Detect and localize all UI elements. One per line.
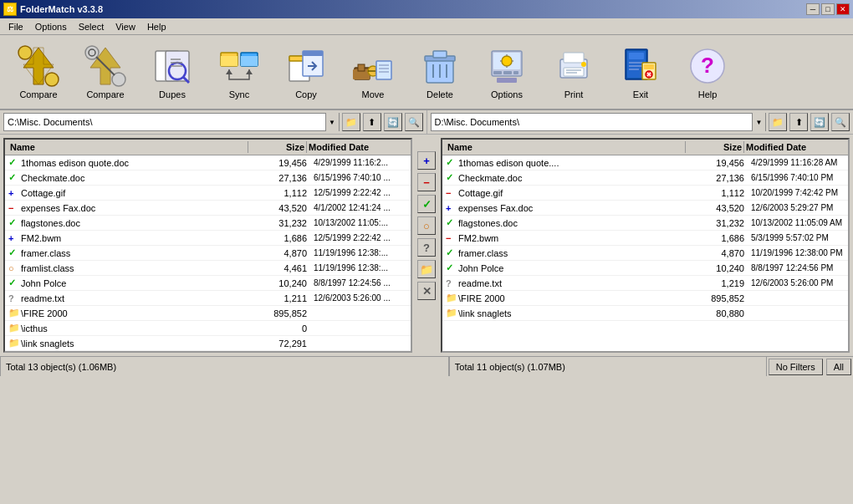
- file-date: 10/13/2002 11:05:09 AM: [748, 217, 848, 228]
- right-file-row[interactable]: ✓ flagstones.doc 31,232 10/13/2002 11:05…: [442, 216, 848, 231]
- print-button[interactable]: Print: [542, 40, 605, 104]
- file-date: 4/29/1999 11:16:28 AM: [748, 157, 848, 168]
- left-nav-btn3[interactable]: 🔄: [384, 113, 402, 131]
- left-file-row[interactable]: ✓ flagstones.doc 31,232 10/13/2002 11:05…: [5, 216, 411, 231]
- copy-label: Copy: [295, 89, 317, 99]
- left-file-row[interactable]: 📁 \link snaglets 72,291: [5, 336, 411, 351]
- x-btn[interactable]: ✕: [417, 282, 436, 300]
- file-date: 6/15/1996 7:40:10 ...: [310, 172, 411, 183]
- left-file-row[interactable]: ○ framlist.class 4,461 11/19/1996 12:38:…: [5, 261, 411, 276]
- status-icon: ✓: [8, 217, 18, 228]
- left-file-row[interactable]: + FM2.bwm 1,686 12/5/1999 2:22:42 ...: [5, 231, 411, 246]
- menu-options[interactable]: Options: [30, 20, 72, 33]
- left-file-row[interactable]: ✓ John Polce 10,240 8/8/1997 12:24:56 ..…: [5, 276, 411, 291]
- file-date: 6/15/1996 7:40:10 PM: [748, 172, 848, 183]
- plus-btn[interactable]: +: [417, 151, 436, 170]
- right-file-row[interactable]: ? readme.txt 1,219 12/6/2003 5:26:00 PM: [442, 276, 848, 291]
- file-date: 8/8/1997 12:24:56 PM: [748, 262, 848, 273]
- menu-help[interactable]: Help: [142, 20, 171, 33]
- file-size: 1,219: [689, 277, 748, 289]
- restore-button[interactable]: □: [821, 3, 835, 15]
- compare2-button[interactable]: Compare: [74, 40, 137, 104]
- left-file-row[interactable]: ? readme.txt 1,211 12/6/2003 5:26:00 ...: [5, 291, 411, 306]
- right-file-row[interactable]: ✓ 1thomas edison quote.... 19,456 4/29/1…: [442, 155, 848, 171]
- left-file-row[interactable]: ✓ Checkmate.doc 27,136 6/15/1996 7:40:10…: [5, 171, 411, 186]
- left-address-dropdown[interactable]: ▼: [325, 113, 339, 131]
- minimize-button[interactable]: ─: [806, 3, 820, 15]
- move-button[interactable]: Move: [341, 40, 405, 104]
- close-button[interactable]: ✕: [836, 3, 850, 15]
- options-button[interactable]: Options: [475, 40, 539, 104]
- left-col-size[interactable]: Size: [248, 141, 307, 153]
- compare1-button[interactable]: Compare: [7, 40, 70, 104]
- right-col-name[interactable]: Name: [446, 141, 686, 153]
- file-name: \FIRE 2000: [21, 308, 68, 318]
- move-label: Move: [362, 89, 385, 99]
- file-size: 1,112: [689, 187, 748, 199]
- file-name: framlist.class: [21, 263, 74, 273]
- right-file-row[interactable]: ✓ Checkmate.doc 27,136 6/15/1996 7:40:10…: [442, 171, 848, 186]
- left-nav-btn2[interactable]: ⬆: [363, 113, 381, 131]
- folder-btn[interactable]: 📁: [417, 260, 436, 278]
- all-button[interactable]: All: [826, 359, 851, 375]
- copy-button[interactable]: Copy: [274, 40, 338, 104]
- left-file-row[interactable]: 📁 \icthus 0: [5, 321, 411, 336]
- left-col-date[interactable]: Modified Date: [307, 141, 407, 153]
- help-button[interactable]: ? Help: [676, 40, 739, 104]
- minus-btn[interactable]: −: [417, 173, 436, 191]
- menu-select[interactable]: Select: [74, 20, 110, 33]
- right-col-date[interactable]: Modified Date: [744, 141, 845, 153]
- left-file-row[interactable]: − expenses Fax.doc 43,520 4/1/2002 12:41…: [5, 201, 411, 216]
- left-file-row[interactable]: ✓ framer.class 4,870 11/19/1996 12:38:..…: [5, 246, 411, 261]
- right-nav-btn1[interactable]: 📁: [769, 113, 787, 131]
- svg-rect-27: [358, 64, 365, 71]
- right-address-dropdown[interactable]: ▼: [752, 113, 765, 131]
- svg-rect-43: [513, 71, 518, 74]
- right-file-row[interactable]: 📁 \link snaglets 80,880: [442, 306, 848, 321]
- file-name: FM2.bwm: [21, 233, 61, 243]
- right-nav-btn3[interactable]: 🔄: [810, 113, 829, 131]
- status-bar: Total 13 object(s) (1.06MB) Total 11 obj…: [0, 356, 853, 376]
- left-nav-btn1[interactable]: 📁: [342, 113, 360, 131]
- title-bar-left: ⚖ FolderMatch v3.3.8: [3, 3, 103, 16]
- delete-button[interactable]: Delete: [408, 40, 472, 104]
- right-search-btn[interactable]: 🔍: [831, 113, 850, 131]
- left-file-row[interactable]: + Cottage.gif 1,112 12/5/1999 2:22:42 ..…: [5, 186, 411, 201]
- right-nav-btn2[interactable]: ⬆: [789, 113, 808, 131]
- left-col-name[interactable]: Name: [8, 141, 248, 153]
- question-btn[interactable]: ?: [417, 238, 436, 257]
- menu-view[interactable]: View: [110, 20, 140, 33]
- exit-button[interactable]: Exit: [609, 40, 672, 104]
- left-file-row[interactable]: ✓ 1thomas edison quote.doc 19,456 4/29/1…: [5, 155, 411, 171]
- file-name: flagstones.doc: [21, 218, 80, 228]
- file-size: 43,520: [689, 202, 748, 214]
- file-size: 4,461: [252, 262, 310, 274]
- circle-btn[interactable]: ○: [417, 216, 436, 235]
- right-file-row[interactable]: 📁 \FIRE 2000 895,852: [442, 291, 848, 306]
- right-file-row[interactable]: ✓ framer.class 4,870 11/19/1996 12:38:00…: [442, 246, 848, 261]
- right-file-row[interactable]: − FM2.bwm 1,686 5/3/1999 5:57:02 PM: [442, 231, 848, 246]
- left-file-row[interactable]: 📁 \FIRE 2000 895,852: [5, 306, 411, 321]
- app-title: FolderMatch v3.3.8: [20, 4, 103, 14]
- right-file-row[interactable]: − Cottage.gif 1,112 10/20/1999 7:42:42 P…: [442, 186, 848, 201]
- options-label: Options: [491, 89, 523, 99]
- dupes-button[interactable]: Dupes: [140, 40, 204, 104]
- file-name: \link snaglets: [458, 308, 512, 318]
- right-file-row[interactable]: ✓ John Polce 10,240 8/8/1997 12:24:56 PM: [442, 261, 848, 276]
- sync-button[interactable]: Sync: [207, 40, 271, 104]
- right-col-size[interactable]: Size: [686, 141, 744, 153]
- right-status: Total 11 object(s) (1.07MB): [449, 357, 767, 376]
- right-file-row[interactable]: + expenses Fax.doc 43,520 12/6/2003 5:29…: [442, 201, 848, 216]
- file-name: 1thomas edison quote.doc: [21, 158, 129, 168]
- print-label: Print: [564, 89, 584, 99]
- file-size: 4,870: [252, 247, 310, 259]
- menu-file[interactable]: File: [3, 20, 28, 33]
- status-icon: ✓: [446, 172, 456, 183]
- left-search-btn[interactable]: 🔍: [405, 113, 423, 131]
- file-date: 11/19/1996 12:38:00 PM: [748, 247, 848, 258]
- help-icon: ?: [686, 44, 729, 88]
- check-btn[interactable]: ✓: [417, 195, 436, 213]
- status-icon: ✓: [446, 262, 456, 273]
- no-filters-button[interactable]: No Filters: [769, 359, 823, 375]
- file-size: 80,880: [689, 308, 748, 319]
